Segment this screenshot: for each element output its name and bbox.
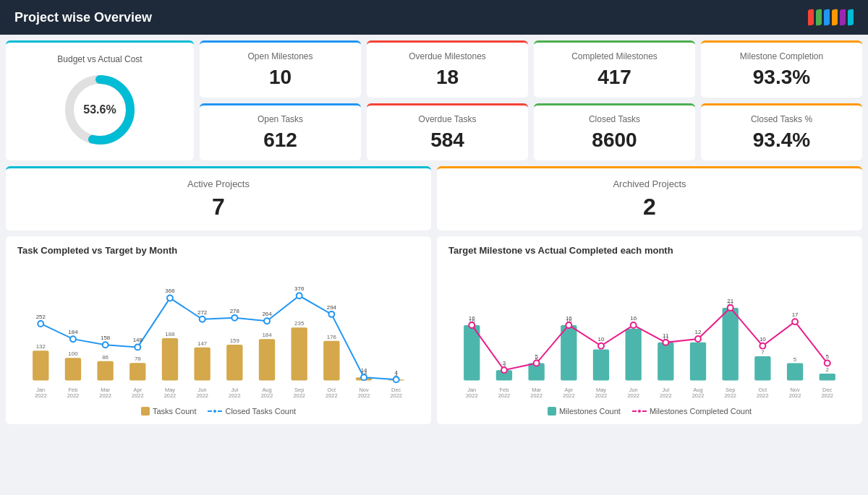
- milestone-bar-legend-label: Milestones Count: [559, 407, 621, 416]
- task-bar-legend-box: [141, 407, 150, 416]
- svg-text:264: 264: [262, 311, 272, 317]
- svg-text:2022: 2022: [358, 392, 370, 399]
- svg-text:2022: 2022: [563, 392, 575, 399]
- svg-text:2022: 2022: [293, 392, 305, 399]
- stat-label-7: Closed Tasks %: [751, 114, 812, 124]
- svg-text:2022: 2022: [530, 392, 542, 399]
- svg-rect-18: [292, 327, 307, 380]
- svg-text:2022: 2022: [229, 392, 241, 399]
- svg-text:16: 16: [566, 315, 572, 322]
- svg-text:5: 5: [826, 353, 830, 360]
- svg-text:272: 272: [197, 309, 208, 316]
- svg-text:2022: 2022: [821, 392, 833, 399]
- svg-text:2022: 2022: [466, 392, 478, 399]
- stat-label-5: Overdue Tasks: [419, 114, 477, 124]
- task-chart-card: Task Completed vs Target by Month 132100…: [6, 236, 431, 424]
- svg-text:2022: 2022: [67, 392, 80, 399]
- svg-point-110: [663, 340, 668, 345]
- svg-text:100: 100: [68, 350, 78, 357]
- svg-point-118: [792, 319, 798, 324]
- svg-point-28: [70, 336, 76, 342]
- svg-text:11: 11: [663, 332, 669, 339]
- milestone-bar-legend-box: [548, 407, 556, 416]
- stat-completed-milestones: Completed Milestones 417: [534, 40, 695, 98]
- svg-text:132: 132: [36, 343, 46, 350]
- milestone-line-legend: Milestones Completed Count: [632, 407, 752, 416]
- svg-text:4: 4: [395, 369, 399, 376]
- svg-text:235: 235: [294, 320, 305, 327]
- svg-point-46: [361, 374, 367, 380]
- svg-text:78: 78: [135, 356, 141, 362]
- stat-label-1: Overdue Milestones: [409, 51, 486, 61]
- svg-text:14: 14: [361, 367, 367, 374]
- svg-text:7: 7: [761, 349, 765, 356]
- stat-label-2: Completed Milestones: [571, 51, 658, 61]
- svg-text:16: 16: [469, 315, 475, 322]
- stats-grid: Open Milestones 10 Overdue Milestones 18…: [200, 40, 862, 160]
- svg-text:2022: 2022: [724, 392, 736, 399]
- svg-point-36: [200, 317, 205, 322]
- svg-text:184: 184: [68, 329, 78, 335]
- svg-text:2022: 2022: [196, 392, 208, 399]
- svg-point-112: [695, 336, 701, 342]
- stat-value-7: 93.4%: [753, 129, 810, 152]
- svg-text:184: 184: [262, 332, 272, 338]
- svg-text:2022: 2022: [757, 392, 769, 399]
- stat-overdue-milestones: Overdue Milestones 18: [367, 40, 528, 98]
- stat-open-tasks: Open Tasks 612: [200, 103, 361, 160]
- svg-rect-4: [65, 358, 81, 380]
- task-chart-area: 1321008678188147159184235176144252184158…: [17, 262, 420, 403]
- svg-text:252: 252: [36, 314, 46, 320]
- stat-closed-tasks: Closed Tasks 8600: [534, 103, 695, 160]
- stat-milestone-completion: Milestone Completion 93.3%: [701, 40, 862, 98]
- milestone-line-legend-line: [632, 410, 647, 412]
- svg-point-108: [631, 322, 637, 328]
- top-row: Budget vs Actual Cost 53.6% Open Milesto…: [6, 40, 862, 160]
- stat-open-milestones: Open Milestones 10: [200, 40, 361, 98]
- task-line-legend-line: [208, 410, 222, 412]
- svg-rect-20: [323, 341, 339, 381]
- milestone-chart-title: Target Milestone vs Actual Completed eac…: [448, 245, 851, 256]
- svg-text:10: 10: [760, 336, 766, 343]
- task-chart-title: Task Completed vs Target by Month: [17, 245, 420, 256]
- stat-overdue-tasks: Overdue Tasks 584: [367, 103, 528, 160]
- svg-text:86: 86: [102, 354, 109, 361]
- donut-value: 53.6%: [83, 103, 116, 116]
- svg-rect-82: [593, 349, 609, 380]
- svg-text:2022: 2022: [390, 392, 402, 399]
- main-content: Budget vs Actual Cost 53.6% Open Milesto…: [0, 35, 868, 430]
- svg-text:21: 21: [727, 298, 733, 304]
- svg-point-26: [38, 321, 43, 327]
- svg-text:176: 176: [327, 334, 337, 340]
- bottom-row: Task Completed vs Target by Month 132100…: [6, 236, 862, 424]
- svg-point-48: [393, 376, 399, 382]
- stat-closed-tasks-pct: Closed Tasks % 93.4%: [701, 103, 862, 160]
- svg-rect-10: [162, 338, 178, 381]
- stat-value-6: 8600: [592, 129, 637, 152]
- task-line-legend: Closed Tasks Count: [208, 407, 296, 416]
- svg-text:159: 159: [230, 337, 240, 344]
- app-header: Project wise Overview: [0, 0, 868, 35]
- svg-text:294: 294: [327, 304, 337, 311]
- svg-text:2022: 2022: [627, 392, 639, 399]
- svg-text:2022: 2022: [692, 392, 705, 399]
- task-chart-legend: Tasks Count Closed Tasks Count: [17, 407, 420, 416]
- svg-text:12: 12: [695, 329, 702, 335]
- svg-text:2022: 2022: [35, 392, 47, 399]
- milestone-chart-area: 163516915111121752163516101611122110175J…: [448, 262, 851, 403]
- donut-title: Budget vs Actual Cost: [57, 54, 142, 64]
- svg-text:147: 147: [197, 340, 208, 347]
- svg-text:2: 2: [826, 366, 830, 373]
- active-projects-card: Active Projects 7: [6, 166, 431, 231]
- svg-text:158: 158: [101, 335, 111, 341]
- svg-point-120: [825, 361, 830, 366]
- svg-text:366: 366: [165, 288, 175, 294]
- svg-text:376: 376: [294, 285, 305, 292]
- svg-rect-84: [625, 329, 641, 381]
- svg-text:5: 5: [793, 356, 797, 363]
- donut-chart: 53.6%: [60, 70, 140, 150]
- svg-point-30: [103, 342, 109, 348]
- svg-text:10: 10: [598, 336, 605, 343]
- svg-text:17: 17: [792, 311, 799, 318]
- stat-label-3: Milestone Completion: [740, 51, 823, 61]
